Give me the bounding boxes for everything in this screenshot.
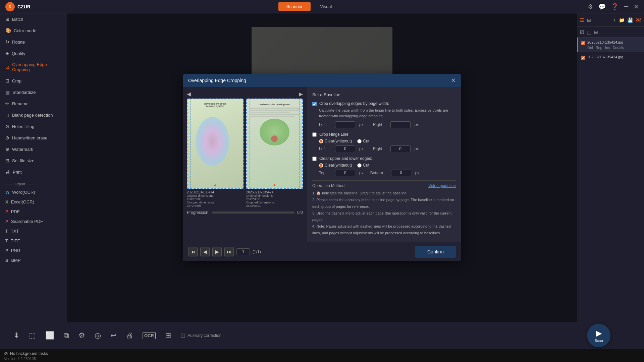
print-tool-icon[interactable]: 🖨 [126,331,133,340]
adjust-icon[interactable]: ⚙ [78,331,85,340]
hinge-right-label: Right [373,146,386,151]
clear-whiteout-radio-hinge[interactable] [319,139,323,143]
rotate-icon: ↻ [5,39,9,45]
prev-page-nav-icon[interactable]: ◀ [187,91,191,97]
cut-radio-hinge[interactable] [357,139,362,143]
ocr-icon[interactable]: OCR [143,332,156,339]
sidebar-item-tiff[interactable]: T TIFF [0,236,67,246]
chat-icon[interactable]: 💬 [598,3,606,10]
clear-edges-checkbox[interactable] [312,157,317,161]
right-px-unit: px [415,122,419,127]
modal-close-button[interactable]: ✕ [451,77,456,83]
modal-footer: ⏮ ◀ ▶ ⏭ (1/1) Confirm [183,242,461,261]
sidebar-item-txt[interactable]: T TXT [0,226,67,236]
cut-radio-edge[interactable] [357,163,362,168]
app-brand: CZUR [17,4,31,9]
select-icon[interactable]: ⬚ [29,331,36,340]
file1-details[interactable]: Details [612,46,624,50]
last-page-button[interactable]: ⏭ [224,247,234,256]
sidebar-item-rotate[interactable]: ↻ Rotate [0,36,67,48]
file-list: 20250213-135414.jpg Del Rep Ins Details … [577,38,644,322]
sidebar-item-pdf[interactable]: P PDF [0,207,67,217]
clear-edges-label: Clear upper and lower edges: [319,156,372,161]
next-page-nav-icon[interactable]: ▶ [299,91,303,97]
qr-icon[interactable]: ⊞ [165,331,171,340]
first-page-button[interactable]: ⏮ [188,247,198,256]
sidebar-item-blank-page[interactable]: ◻ Blank page detection [0,109,67,121]
left-px-input[interactable] [335,121,355,128]
sidebar-item-quality[interactable]: ◈ Quality [0,48,67,59]
scan-button[interactable]: ▶ Scan [587,324,610,347]
export-section-label: ─── Export ─── [0,181,67,187]
prev-page-button[interactable]: ◀ [200,247,210,256]
grid-view-icon[interactable]: ⊞ [587,17,591,23]
scan-button-label: Scan [594,339,603,343]
add-icon[interactable]: + [613,17,616,23]
crop-by-page-width-checkbox[interactable] [312,102,317,106]
sidebar-item-overlapping[interactable]: ⊡ Overlapping Edge Cropping [0,59,67,75]
crop-by-page-width-label: Crop overlapping edges by page width: [319,101,389,106]
sidebar-item-handwritten[interactable]: ⊘ Handwritten erase [0,132,67,143]
right-panel-save-icon[interactable]: 💾 [627,17,633,23]
file-item-1[interactable]: 20250213-135414.jpg Del Rep Ins Details [577,38,644,52]
sidebar-item-crop[interactable]: ⊡ Crop [0,75,67,86]
page-total-label: (1/1) [253,249,261,254]
multi-page-icon[interactable]: ⧉ [64,331,69,340]
checkbox-all-icon[interactable]: ☑ [580,29,584,35]
hinge-right-input[interactable] [390,145,411,152]
hinge-left-input[interactable] [335,145,355,152]
file2-checkbox[interactable] [581,56,585,60]
edge-bottom-input[interactable] [391,170,411,176]
aux-correction-button[interactable]: ⊡ Auxiliary correction [180,332,221,339]
folder-icon[interactable]: 📁 [619,17,625,23]
sidebar-item-color-mode[interactable]: 🎨 Color mode [0,25,67,36]
sidebar-item-rename[interactable]: ✏ Rename [0,98,67,109]
sidebar-item-file-size[interactable]: ⊟ Set file size [0,155,67,166]
help-icon[interactable]: ❓ [611,3,619,10]
sidebar-item-holes[interactable]: ⊙ Holes filling [0,121,67,132]
multi-select-icon[interactable]: ⊞ [594,29,598,35]
close-icon[interactable]: ✕ [634,3,639,10]
searchable-pdf-icon: P [5,219,8,224]
right-px-input[interactable] [390,121,411,128]
import-icon[interactable]: ⬇ [13,331,19,340]
list-view-icon[interactable]: ☰ [580,17,584,23]
sidebar-item-bmp[interactable]: B BMP [0,255,67,265]
file1-ins[interactable]: Ins [605,46,610,50]
crop-tool-icon[interactable]: ⬜ [45,331,54,340]
sidebar-item-searchable-pdf[interactable]: P Searchable PDF [0,217,67,226]
page-number-input[interactable] [236,248,250,255]
settings-icon[interactable]: ⚙ [588,3,593,10]
undo-icon[interactable]: ↩ [110,331,116,340]
overlay-icon[interactable]: ◎ [95,331,101,340]
tab-visual[interactable]: Visual [312,2,340,11]
page-nav-controls: ⏮ ◀ ▶ ⏭ (1/1) [188,247,261,256]
file-item-2[interactable]: 20250213-135424.jpg [577,52,644,63]
clear-whiteout-radio-edge[interactable] [319,163,323,168]
sidebar-item-watermark[interactable]: ⊕ Watermark [0,143,67,155]
file1-rep[interactable]: Rep [596,46,602,50]
video-guideline-link[interactable]: Video guideline [428,183,456,188]
confirm-button[interactable]: Confirm [415,246,456,258]
progression-bar [212,212,294,214]
file1-del[interactable]: Del [587,46,593,50]
page1-filename: 20250213-135414 [187,190,244,194]
edge-bottom-label: Bottom [370,171,387,175]
tab-scanner[interactable]: Scanner [278,2,311,11]
edge-top-input[interactable] [335,170,355,176]
sidebar-item-png[interactable]: P PNG [0,246,67,255]
selection-rect-icon[interactable]: ⬚ [587,29,591,35]
sidebar-item-excel-ocr[interactable]: X Excel(OCR) [0,197,67,207]
sidebar-item-standardize[interactable]: ▤ Standardize [0,86,67,98]
play-button[interactable]: ▶ [212,247,222,256]
sidebar-item-batch[interactable]: ⊞ Batch [0,13,67,25]
sidebar-item-word-ocr[interactable]: W Word(OCR) [0,187,67,197]
crop-hinge-checkbox[interactable] [312,132,317,137]
left-px-unit: px [359,122,364,127]
sidebar-item-print[interactable]: 🖨 Print [0,166,67,178]
file1-checkbox[interactable] [581,41,585,45]
crop-icon: ⊡ [5,78,9,83]
handwritten-icon: ⊘ [5,135,9,140]
minimize-icon[interactable]: ─ [624,3,628,10]
watermark-icon: ⊕ [5,146,9,152]
